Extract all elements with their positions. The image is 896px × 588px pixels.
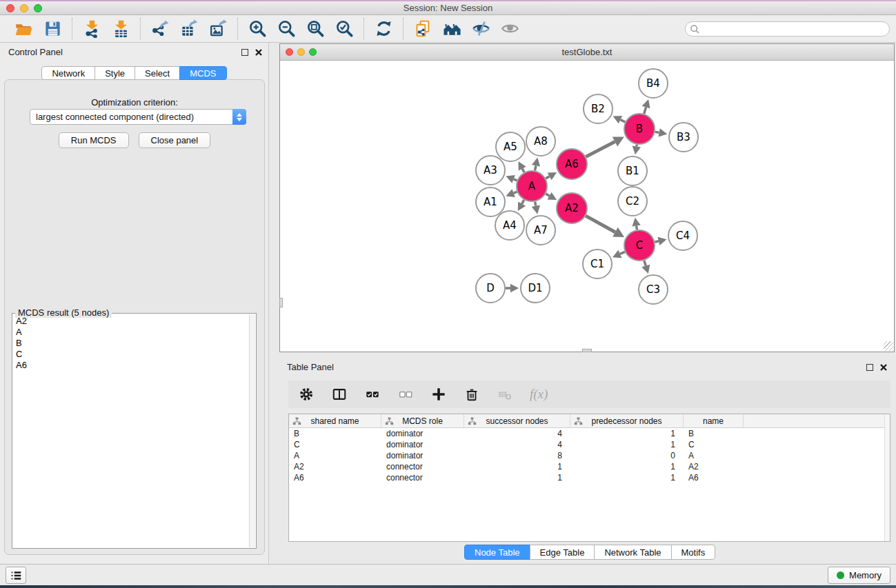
- graph-edge-A-A7[interactable]: [532, 202, 540, 214]
- graph-edge-D-D1[interactable]: [506, 284, 519, 293]
- mcds-result-item[interactable]: C: [14, 349, 248, 360]
- delete-columns-icon[interactable]: [464, 386, 480, 403]
- close-panel-button[interactable]: Close panel: [139, 132, 211, 148]
- column-header-shared-name[interactable]: shared name: [289, 414, 381, 427]
- close-table-panel-icon[interactable]: [879, 363, 888, 372]
- column-header-mcds-role[interactable]: MCDS role: [381, 414, 464, 427]
- cell-predecessor-nodes[interactable]: 1: [570, 472, 684, 483]
- cell-successor-nodes[interactable]: 8: [464, 450, 570, 461]
- mcds-result-item[interactable]: A2: [14, 316, 248, 327]
- graph-node-A2[interactable]: A2: [557, 193, 587, 223]
- graph-node-A[interactable]: A: [517, 171, 547, 201]
- column-header-name[interactable]: name: [684, 414, 744, 427]
- open-file-icon[interactable]: [13, 19, 34, 39]
- unselect-all-columns-icon[interactable]: [397, 386, 414, 403]
- graph-node-B[interactable]: B: [624, 114, 655, 144]
- import-table-icon[interactable]: [110, 19, 131, 39]
- graph-node-B2[interactable]: B2: [584, 94, 613, 123]
- graph-edge-C-C3[interactable]: [641, 261, 650, 274]
- graph-node-A5[interactable]: A5: [496, 132, 525, 161]
- mcds-result-item[interactable]: B: [14, 338, 248, 349]
- table-row[interactable]: Adominator80A: [289, 450, 890, 461]
- cell-shared-name[interactable]: A: [289, 450, 381, 461]
- graph-node-A3[interactable]: A3: [476, 156, 505, 185]
- cell-name[interactable]: A: [684, 450, 744, 461]
- cell-name[interactable]: C: [684, 439, 744, 450]
- cell-successor-nodes[interactable]: 1: [464, 472, 570, 483]
- graph-node-A4[interactable]: A4: [495, 211, 524, 240]
- memory-button[interactable]: Memory: [828, 567, 890, 584]
- cell-shared-name[interactable]: B: [289, 428, 381, 439]
- graph-node-A8[interactable]: A8: [526, 127, 555, 156]
- cell-shared-name[interactable]: A6: [289, 472, 381, 483]
- column-header-predecessor-nodes[interactable]: predecessor nodes: [570, 414, 684, 427]
- select-all-columns-icon[interactable]: [364, 386, 381, 403]
- cell-name[interactable]: B: [684, 428, 744, 439]
- graph-edge-A-A5[interactable]: [518, 161, 526, 172]
- cell-predecessor-nodes[interactable]: 1: [570, 428, 684, 439]
- cell-shared-name[interactable]: C: [289, 439, 381, 450]
- graph-node-D1[interactable]: D1: [521, 274, 550, 303]
- import-network-icon[interactable]: [81, 19, 102, 39]
- split-panel-icon[interactable]: [331, 386, 348, 403]
- hide-panels-icon[interactable]: [470, 19, 491, 39]
- column-header-successor-nodes[interactable]: successor nodes: [464, 414, 570, 427]
- float-panel-icon[interactable]: [241, 49, 248, 56]
- export-table-icon[interactable]: [179, 19, 199, 39]
- table-row[interactable]: Bdominator41B: [289, 428, 890, 439]
- tab-edge-table[interactable]: Edge Table: [530, 545, 595, 560]
- search-input[interactable]: [685, 21, 890, 37]
- graph-edge-A-A1[interactable]: [506, 189, 517, 197]
- graph-edge-C-C4[interactable]: [655, 237, 666, 245]
- graph-node-D[interactable]: D: [476, 274, 505, 303]
- graph-edge-A2-C[interactable]: [586, 216, 624, 237]
- save-session-icon[interactable]: [42, 19, 63, 39]
- zoom-selected-icon[interactable]: [334, 19, 355, 39]
- run-mcds-button[interactable]: Run MCDS: [59, 132, 129, 148]
- zoom-fit-icon[interactable]: [305, 19, 326, 39]
- graph-edge-A-A2[interactable]: [546, 192, 557, 200]
- graph-node-B1[interactable]: B1: [618, 156, 647, 185]
- cell-mcds-role[interactable]: connector: [381, 461, 464, 472]
- graph-node-C1[interactable]: C1: [583, 250, 612, 278]
- add-column-icon[interactable]: [430, 386, 447, 403]
- window-resize-grip[interactable]: [884, 341, 893, 351]
- graph-edge-A-A8[interactable]: [532, 158, 540, 171]
- graph-edge-C-C1[interactable]: [613, 250, 625, 258]
- export-image-icon[interactable]: [208, 19, 228, 39]
- cell-mcds-role[interactable]: connector: [381, 472, 464, 483]
- graph-edge-C-C2[interactable]: [632, 218, 640, 230]
- result-scrollbar[interactable]: [249, 314, 255, 547]
- graph-edge-A6-B[interactable]: [586, 136, 624, 156]
- graph-node-C3[interactable]: C3: [639, 275, 668, 304]
- cell-predecessor-nodes[interactable]: 1: [570, 439, 684, 450]
- tab-style[interactable]: Style: [94, 66, 135, 80]
- table-row[interactable]: Cdominator41C: [289, 439, 890, 450]
- cell-successor-nodes[interactable]: 1: [464, 461, 570, 472]
- graph-node-A6[interactable]: A6: [557, 149, 587, 179]
- cell-name[interactable]: A6: [684, 472, 744, 483]
- graph-node-A7[interactable]: A7: [526, 216, 555, 245]
- cell-predecessor-nodes[interactable]: 0: [570, 450, 684, 461]
- cell-mcds-role[interactable]: dominator: [381, 439, 464, 450]
- close-panel-icon[interactable]: [255, 48, 263, 57]
- tab-network[interactable]: Network: [41, 66, 95, 80]
- table-scrollbar[interactable]: [884, 414, 890, 541]
- tab-network-table[interactable]: Network Table: [594, 545, 671, 560]
- graph-edge-B-B4[interactable]: [642, 99, 650, 114]
- graph-edge-A-A6[interactable]: [546, 172, 557, 180]
- graph-node-C4[interactable]: C4: [668, 221, 697, 250]
- tab-select[interactable]: Select: [135, 66, 180, 80]
- mcds-result-item[interactable]: A6: [14, 360, 248, 371]
- canvas-splitter-handle-bottom[interactable]: [582, 349, 592, 352]
- zoom-out-icon[interactable]: [276, 19, 297, 39]
- table-row[interactable]: A2connector11A2: [289, 461, 890, 472]
- table-row[interactable]: A6connector11A6: [289, 472, 890, 483]
- graph-node-C[interactable]: C: [624, 230, 655, 261]
- canvas-splitter-handle-left[interactable]: [279, 298, 283, 307]
- cell-mcds-role[interactable]: dominator: [381, 450, 464, 461]
- graph-node-B4[interactable]: B4: [639, 69, 668, 98]
- graph-edge-B-B3[interactable]: [655, 128, 668, 136]
- tab-mcds[interactable]: MCDS: [179, 66, 226, 80]
- tab-motifs[interactable]: Motifs: [671, 545, 716, 560]
